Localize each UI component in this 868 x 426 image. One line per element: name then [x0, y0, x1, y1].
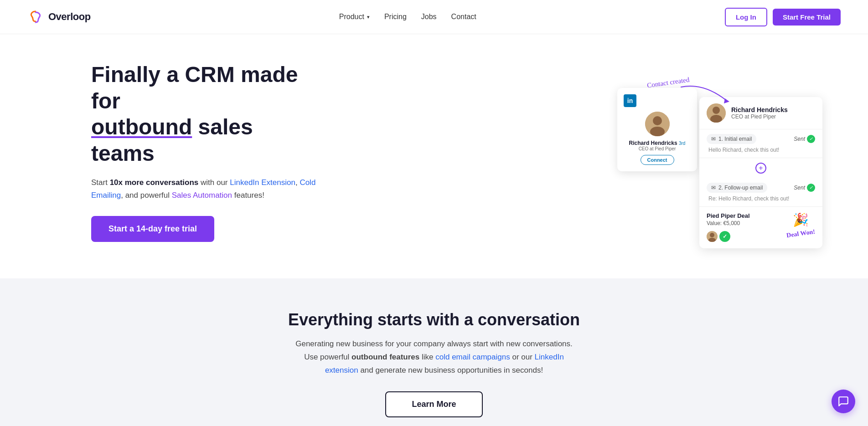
- add-step-container: +: [699, 158, 822, 178]
- annotation-text: Contact created: [646, 76, 690, 89]
- nav-links: Product ▾ Pricing Jobs Contact: [339, 13, 476, 21]
- chat-icon: [837, 395, 849, 407]
- logo[interactable]: Overloop: [27, 9, 91, 25]
- section2-subtitle: Generating new business for your company…: [293, 338, 575, 377]
- section2: Everything starts with a conversation Ge…: [0, 278, 868, 426]
- email-step-1-header: ✉ 1. Initial email Sent ✓: [707, 134, 815, 144]
- navigation: Overloop Product ▾ Pricing Jobs Contact …: [0, 0, 868, 34]
- start-trial-button[interactable]: Start Free Trial: [773, 9, 841, 26]
- crm-card-header: Richard Hendricks CEO at Pied Piper: [699, 97, 822, 129]
- linkedin-extension-link[interactable]: LinkedIn Extension: [230, 178, 295, 187]
- crm-avatar: [707, 103, 726, 123]
- li-person-name: Richard Hendricks 3rd: [624, 140, 691, 146]
- hero-title: Finally a CRM made for outbound sales te…: [91, 62, 319, 166]
- crm-contact-name: Richard Hendricks: [731, 106, 788, 113]
- login-button[interactable]: Log In: [725, 8, 767, 26]
- email-step-1-preview: Hello Richard, check this out!: [707, 147, 815, 153]
- deal-avatar-person: [707, 231, 718, 242]
- email-step-2-preview: Re: Hello Richard, check this out!: [707, 195, 815, 202]
- svg-point-3: [650, 127, 665, 136]
- crm-card: Richard Hendricks CEO at Pied Piper ✉ 1.…: [699, 97, 822, 248]
- brand-name: Overloop: [48, 11, 91, 23]
- chevron-down-icon: ▾: [367, 14, 370, 20]
- deal-avatars: ✓: [707, 231, 750, 242]
- hero-section: Finally a CRM made for outbound sales te…: [0, 34, 868, 278]
- nav-item-jobs[interactable]: Jobs: [421, 13, 437, 21]
- crm-contact-info: Richard Hendricks CEO at Pied Piper: [731, 106, 788, 120]
- chat-support-button[interactable]: [832, 390, 855, 413]
- avatar: [645, 112, 670, 136]
- logo-icon: [27, 9, 44, 25]
- li-card-header: in: [624, 94, 691, 107]
- deal-won-section: 🎉 Deal Won!: [786, 212, 815, 237]
- email-icon: ✉: [711, 136, 716, 142]
- deal-avatar-green: ✓: [719, 231, 730, 242]
- nav-item-contact[interactable]: Contact: [451, 13, 476, 21]
- hero-subtitle: Start 10x more conversations with our Li…: [91, 176, 319, 201]
- hero-cta-button[interactable]: Start a 14-day free trial: [91, 216, 214, 242]
- svg-point-2: [653, 116, 662, 125]
- party-icon: 🎉: [786, 212, 815, 227]
- check-icon: ✓: [807, 135, 815, 143]
- learn-more-button[interactable]: Learn More: [385, 391, 482, 417]
- svg-point-5: [713, 107, 720, 114]
- hero-text: Finally a CRM made for outbound sales te…: [91, 62, 319, 242]
- email-icon-2: ✉: [711, 185, 716, 191]
- email-step-2: ✉ 2. Follow-up email Sent ✓ Re: Hello Ri…: [699, 178, 822, 207]
- hero-illustration: Contact created in Richard Hendricks: [617, 74, 822, 229]
- linkedin-card: in Richard Hendricks 3rd CEO at Pied Pip…: [617, 88, 697, 171]
- linkedin-icon: in: [624, 94, 636, 107]
- li-connect-button[interactable]: Connect: [641, 155, 674, 165]
- email-step-2-label: ✉ 2. Follow-up email: [707, 183, 767, 193]
- sent-badge-1: Sent ✓: [794, 135, 815, 143]
- email-step-1-label: ✉ 1. Initial email: [707, 134, 756, 144]
- nav-actions: Log In Start Free Trial: [725, 8, 841, 26]
- check-icon-2: ✓: [807, 184, 815, 192]
- nav-item-product[interactable]: Product ▾: [339, 13, 370, 21]
- section2-title: Everything starts with a conversation: [18, 310, 850, 329]
- li-person-title: CEO at Pied Piper: [624, 146, 691, 151]
- nav-item-pricing[interactable]: Pricing: [384, 13, 407, 21]
- email-step-2-header: ✉ 2. Follow-up email Sent ✓: [707, 183, 815, 193]
- deal-info: Pied Piper Deal Value: €5,000 ✓: [707, 212, 750, 242]
- svg-point-8: [710, 233, 714, 237]
- deal-won-label: Deal Won!: [786, 228, 816, 240]
- sent-badge-2: Sent ✓: [794, 184, 815, 192]
- deal-section: Pied Piper Deal Value: €5,000 ✓: [699, 207, 822, 248]
- email-step-1: ✉ 1. Initial email Sent ✓ Hello Richard,…: [699, 129, 822, 158]
- sales-automation-link[interactable]: Sales Automation: [172, 191, 232, 200]
- cold-email-link[interactable]: cold email campaigns: [435, 353, 510, 361]
- add-step-button[interactable]: +: [755, 163, 766, 174]
- crm-contact-title: CEO at Pied Piper: [731, 113, 788, 120]
